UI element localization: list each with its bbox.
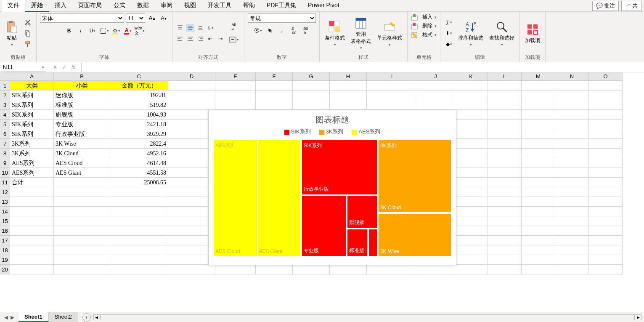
- cell-K11[interactable]: [454, 178, 488, 187]
- row-header-3[interactable]: 3: [0, 100, 10, 110]
- cell-A4[interactable]: SIK系列: [10, 110, 54, 120]
- cell-N1[interactable]: [555, 81, 589, 90]
- cell-I20[interactable]: [367, 265, 417, 274]
- cell-M8[interactable]: [522, 149, 555, 158]
- cell-K8[interactable]: [454, 149, 488, 158]
- cell-A5[interactable]: SIK系列: [10, 120, 54, 129]
- cell-C13[interactable]: [110, 197, 168, 207]
- cell-K20[interactable]: [454, 265, 488, 274]
- cell-J20[interactable]: [417, 265, 454, 274]
- cell-O14[interactable]: [589, 207, 623, 216]
- cell-H1[interactable]: [330, 81, 367, 90]
- cell-A12[interactable]: [10, 187, 54, 197]
- cell-O7[interactable]: [589, 139, 623, 149]
- menu-tab-2[interactable]: 插入: [49, 0, 72, 12]
- cell-N20[interactable]: [555, 265, 589, 274]
- cell-C19[interactable]: [110, 255, 168, 265]
- cell-K5[interactable]: [454, 120, 488, 129]
- comma-button[interactable]: ,: [277, 26, 287, 35]
- cell-O13[interactable]: [589, 197, 623, 207]
- cell-F2[interactable]: [256, 90, 293, 100]
- row-header-9[interactable]: 9: [0, 158, 10, 168]
- delete-cells-button[interactable]: 删除 ▾: [411, 22, 437, 29]
- cell-L18[interactable]: [488, 245, 522, 255]
- decrease-decimal-button[interactable]: .00.0: [300, 26, 310, 35]
- cell-L10[interactable]: [488, 168, 522, 178]
- cell-N3[interactable]: [555, 100, 589, 110]
- cell-K17[interactable]: [454, 236, 488, 245]
- cell-A10[interactable]: AES系列: [10, 168, 54, 178]
- cell-A7[interactable]: 3K系列: [10, 139, 54, 149]
- row-header-4[interactable]: 4: [0, 110, 10, 120]
- cell-L14[interactable]: [488, 207, 522, 216]
- cell-N12[interactable]: [555, 187, 589, 197]
- cell-C18[interactable]: [110, 245, 168, 255]
- row-header-17[interactable]: 17: [0, 236, 10, 245]
- cell-L6[interactable]: [488, 129, 522, 139]
- select-all-corner[interactable]: [0, 72, 10, 81]
- cell-B13[interactable]: [54, 197, 110, 207]
- cell-B9[interactable]: AES Cloud: [54, 158, 110, 168]
- cell-K12[interactable]: [454, 187, 488, 197]
- cell-B10[interactable]: AES Giant: [54, 168, 110, 178]
- cell-B19[interactable]: [54, 255, 110, 265]
- cell-H3[interactable]: [330, 100, 367, 110]
- cell-L8[interactable]: [488, 149, 522, 158]
- cell-O11[interactable]: [589, 178, 623, 187]
- cell-N15[interactable]: [555, 216, 589, 226]
- font-color-button[interactable]: A▾: [123, 26, 133, 35]
- cell-K18[interactable]: [454, 245, 488, 255]
- cell-L17[interactable]: [488, 236, 522, 245]
- cell-I2[interactable]: [367, 90, 417, 100]
- cell-M15[interactable]: [522, 216, 555, 226]
- cell-C15[interactable]: [110, 216, 168, 226]
- comments-button[interactable]: 💬 批注: [592, 1, 619, 11]
- cell-L15[interactable]: [488, 216, 522, 226]
- cell-K9[interactable]: [454, 158, 488, 168]
- cell-style-button[interactable]: 单元格样式▾: [375, 19, 404, 48]
- cell-C6[interactable]: 3929.29: [110, 129, 168, 139]
- cell-M18[interactable]: [522, 245, 555, 255]
- clear-button[interactable]: ◆ ▾: [444, 40, 454, 49]
- cell-K13[interactable]: [454, 197, 488, 207]
- cell-C3[interactable]: 519.82: [110, 100, 168, 110]
- menu-tab-7[interactable]: 视图: [178, 0, 202, 12]
- cell-C16[interactable]: [110, 226, 168, 236]
- cell-K16[interactable]: [454, 226, 488, 236]
- cell-L20[interactable]: [488, 265, 522, 274]
- cell-C2[interactable]: 192.81: [110, 90, 168, 100]
- cell-N6[interactable]: [555, 129, 589, 139]
- cell-O18[interactable]: [589, 245, 623, 255]
- cell-M2[interactable]: [522, 90, 555, 100]
- format-cells-button[interactable]: 格式 ▾: [411, 31, 437, 38]
- cell-N19[interactable]: [555, 255, 589, 265]
- find-select-button[interactable]: 查找和选择▾: [488, 19, 516, 48]
- cell-O20[interactable]: [589, 265, 623, 274]
- cell-B8[interactable]: 3K Cloud: [54, 149, 110, 158]
- menu-tab-4[interactable]: 公式: [108, 0, 131, 12]
- cell-J1[interactable]: [417, 81, 454, 90]
- cell-H20[interactable]: [330, 265, 367, 274]
- merge-button[interactable]: ▾: [227, 35, 241, 44]
- font-name-select[interactable]: 宋体: [40, 13, 124, 23]
- col-header-J[interactable]: J: [417, 72, 454, 81]
- row-header-20[interactable]: 20: [0, 265, 10, 274]
- cell-O2[interactable]: [589, 90, 623, 100]
- cell-N11[interactable]: [555, 178, 589, 187]
- currency-button[interactable]: 🄬▾: [253, 26, 263, 35]
- cell-L2[interactable]: [488, 90, 522, 100]
- cell-A16[interactable]: [10, 226, 54, 236]
- cell-B14[interactable]: [54, 207, 110, 216]
- row-header-1[interactable]: 1: [0, 81, 10, 90]
- col-header-H[interactable]: H: [330, 72, 367, 81]
- cell-O4[interactable]: [589, 110, 623, 120]
- cell-K10[interactable]: [454, 168, 488, 178]
- menu-tab-11[interactable]: Power Pivot: [302, 0, 345, 12]
- cell-G3[interactable]: [293, 100, 330, 110]
- col-header-L[interactable]: L: [488, 72, 522, 81]
- cell-C11[interactable]: 25008.65: [110, 178, 168, 187]
- cell-B15[interactable]: [54, 216, 110, 226]
- row-header-8[interactable]: 8: [0, 149, 10, 158]
- menu-tab-1[interactable]: 开始: [25, 0, 49, 12]
- cell-G20[interactable]: [293, 265, 330, 274]
